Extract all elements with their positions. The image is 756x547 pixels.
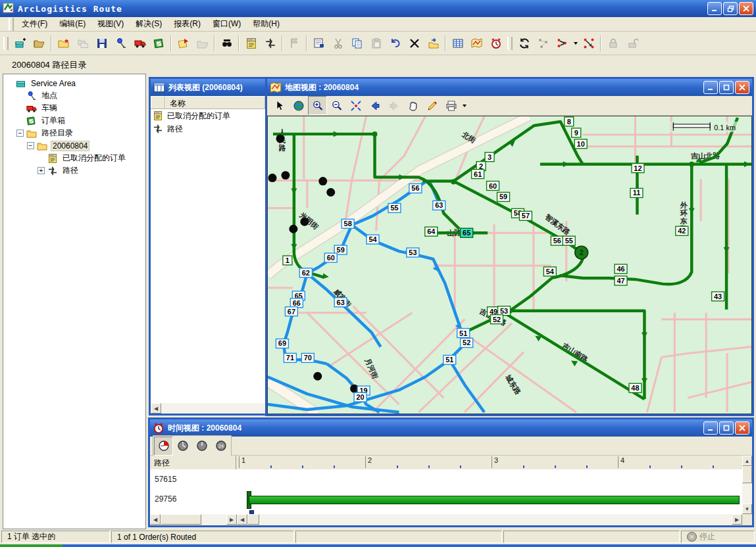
map-tool-caret[interactable] bbox=[461, 97, 468, 114]
ruler-major-tick: 3 bbox=[491, 456, 498, 468]
time-tool-clock-quarter[interactable] bbox=[154, 437, 173, 456]
toolbar-button-location-pin[interactable] bbox=[111, 34, 130, 53]
time-body[interactable]: 5761529756 bbox=[150, 469, 742, 514]
stop-dot[interactable] bbox=[276, 134, 284, 143]
time-tool-clock-24[interactable]: 24 bbox=[211, 437, 230, 456]
breadcrumb: 20060804 路径目录 bbox=[12, 59, 86, 71]
close-button[interactable] bbox=[739, 2, 753, 15]
time-vscrollbar[interactable]: ▲▼ bbox=[742, 456, 752, 514]
map-tool-draw-pencil[interactable] bbox=[422, 96, 441, 115]
stop-dot[interactable] bbox=[281, 171, 290, 179]
menu-item-6[interactable]: 帮助(H) bbox=[247, 17, 286, 31]
time-minimize-button[interactable] bbox=[703, 421, 718, 435]
toolbar-separator bbox=[170, 36, 172, 51]
map-tool-zoom-out[interactable] bbox=[327, 96, 346, 115]
toolbar-separator bbox=[51, 36, 52, 51]
tree-expander[interactable]: + bbox=[38, 167, 45, 174]
time-row-29756[interactable]: 29756 bbox=[150, 489, 742, 509]
toolbar-button-order-box[interactable] bbox=[149, 34, 168, 53]
toolbar-button-list-view-table[interactable] bbox=[448, 34, 467, 53]
toolbar-button-lock bbox=[603, 34, 622, 53]
map-window-titlebar[interactable]: 地图视图 : 20060804 bbox=[267, 79, 752, 96]
toolbar-button-properties[interactable] bbox=[309, 34, 328, 53]
map-tool-previous-extent[interactable] bbox=[365, 96, 384, 115]
route-time-bar[interactable] bbox=[249, 496, 740, 504]
stop-icon: ✕ bbox=[687, 532, 697, 542]
menu-item-0[interactable]: 文件(F) bbox=[16, 17, 53, 31]
tree-item-车辆[interactable]: 车辆 bbox=[3, 102, 145, 114]
toolbar-button-assign-orders[interactable] bbox=[174, 34, 193, 53]
list-hscrollbar[interactable]: ◀ bbox=[151, 403, 265, 414]
stop-dot[interactable] bbox=[268, 174, 276, 182]
stop-dot[interactable] bbox=[326, 188, 335, 197]
time-tool-clock-hour[interactable] bbox=[192, 437, 211, 456]
minimize-button[interactable] bbox=[707, 2, 722, 15]
time-toolbar: 24 bbox=[150, 437, 752, 456]
tree-item-路径[interactable]: +路径 bbox=[3, 164, 145, 177]
tree-panel[interactable]: Service Area地点车辆订单箱−路径目录−20060804已取消分配的订… bbox=[3, 74, 146, 529]
tree-item-地点[interactable]: 地点 bbox=[3, 89, 145, 102]
stop-button[interactable]: ✕ 停止 bbox=[681, 531, 755, 543]
routes-arrows-icon bbox=[153, 124, 164, 134]
toolbar-button-time-view-clock[interactable] bbox=[486, 34, 505, 53]
tree-item-订单箱[interactable]: 订单箱 bbox=[3, 114, 145, 127]
toolbar-button-delete-x[interactable] bbox=[405, 34, 424, 53]
map-tool-zoom-selected[interactable] bbox=[346, 96, 365, 115]
svg-text:3: 3 bbox=[488, 153, 491, 161]
toolbar-button-open-folder[interactable] bbox=[30, 34, 49, 53]
list-window-titlebar[interactable]: 列表视图 (20060804) bbox=[151, 79, 265, 96]
map-tool-pan-hand[interactable] bbox=[403, 96, 422, 115]
toolbar-button-undo-arrow[interactable] bbox=[386, 34, 405, 53]
toolbar-button-map-view[interactable] bbox=[467, 34, 486, 53]
stop-dot[interactable] bbox=[300, 218, 309, 226]
toolbar-caret-reassign-stops[interactable] bbox=[572, 34, 579, 52]
stop-dot[interactable] bbox=[289, 225, 297, 233]
toolbar-button-routes-arrows[interactable] bbox=[261, 34, 280, 53]
toolbar-button-orders-notepad[interactable] bbox=[241, 34, 261, 53]
list-row[interactable]: 已取消分配的订单 bbox=[151, 109, 265, 122]
time-hscrollbars[interactable]: ◀▶ ◀▶ bbox=[150, 514, 742, 525]
stop-dot[interactable] bbox=[313, 372, 322, 381]
map-tool-globe-full-extent[interactable] bbox=[289, 96, 308, 115]
toolbar-button-import-orders bbox=[193, 34, 212, 53]
tree-item-路径目录[interactable]: −路径目录 bbox=[3, 127, 145, 139]
column-header-name[interactable]: 名称 bbox=[165, 96, 265, 108]
menu-item-4[interactable]: 报表(R) bbox=[168, 17, 207, 31]
restore-button[interactable] bbox=[723, 2, 738, 15]
toolbar-button-move-to-folder[interactable] bbox=[424, 34, 443, 53]
toolbar-button-save[interactable] bbox=[92, 34, 111, 53]
toolbar-button-vehicle-truck[interactable] bbox=[130, 34, 149, 53]
list-row[interactable]: 路径 bbox=[151, 122, 265, 135]
time-tool-clock-half[interactable] bbox=[173, 437, 192, 456]
time-close-button[interactable] bbox=[735, 421, 749, 435]
map-tool-cursor-arrow[interactable] bbox=[270, 96, 289, 115]
menu-item-5[interactable]: 窗口(W) bbox=[207, 17, 247, 31]
time-maximize-button[interactable] bbox=[719, 421, 734, 435]
tree-expander[interactable]: − bbox=[27, 142, 34, 149]
toolbar-button-new-service-area[interactable] bbox=[11, 34, 30, 53]
time-row-57615[interactable]: 57615 bbox=[150, 469, 742, 489]
tree-item-20060804[interactable]: −20060804 bbox=[3, 139, 145, 152]
time-window-titlebar[interactable]: 时间视图 : 20060804 bbox=[150, 419, 752, 437]
svg-text:58: 58 bbox=[344, 220, 352, 227]
map-maximize-button[interactable] bbox=[719, 81, 734, 94]
toolbar-button-reassign-stops[interactable] bbox=[553, 34, 572, 53]
map-tool-printer[interactable] bbox=[441, 96, 461, 115]
toolbar-button-solve-cycle[interactable] bbox=[515, 34, 534, 53]
menu-item-3[interactable]: 解决(S) bbox=[130, 17, 168, 31]
menu-item-2[interactable]: 视图(V) bbox=[91, 17, 130, 31]
map-canvas[interactable]: 人民路光明街北街山路智溪东路吉山北路外环东路威家街吉山二路吉山南路城东路月河街1… bbox=[267, 116, 752, 414]
tree-item-Service Area[interactable]: Service Area bbox=[3, 77, 145, 89]
toolbar-button-find-binoculars[interactable] bbox=[217, 34, 236, 53]
map-minimize-button[interactable] bbox=[703, 81, 718, 94]
tree-item-已取消分配的订单[interactable]: 已取消分配的订单 bbox=[3, 152, 145, 164]
toolbar-button-unassign-stops[interactable] bbox=[579, 34, 598, 53]
toolbar-button-copy[interactable] bbox=[347, 34, 366, 53]
ruler-major-tick: 4 bbox=[618, 456, 624, 468]
stop-dot[interactable] bbox=[318, 177, 327, 185]
toolbar-button-new-folder[interactable] bbox=[54, 34, 73, 53]
tree-expander[interactable]: − bbox=[16, 130, 24, 137]
map-close-button[interactable] bbox=[735, 81, 749, 94]
map-tool-zoom-in[interactable] bbox=[308, 96, 327, 115]
menu-item-1[interactable]: 编辑(E) bbox=[53, 17, 91, 31]
